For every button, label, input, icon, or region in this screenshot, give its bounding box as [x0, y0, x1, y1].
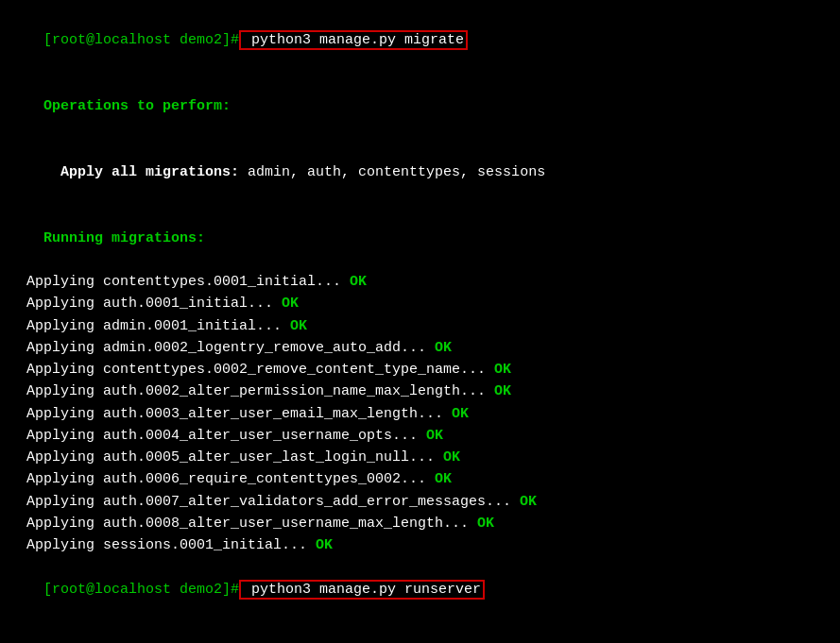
migration-line-6: Applying auth.0002_alter_permission_name… [9, 381, 831, 402]
migration-line-10: Applying auth.0006_require_contenttypes_… [9, 468, 831, 490]
operations-header: Operations to perform: [9, 74, 831, 140]
apply-all-line: Apply all migrations: admin, auth, conte… [9, 140, 831, 206]
running-header: Running migrations: [9, 205, 831, 271]
migration-line-11: Applying auth.0007_alter_validators_add_… [9, 491, 831, 513]
prompt-1: [root@localhost demo2]# [43, 32, 239, 48]
migration-line-8: Applying auth.0004_alter_user_username_o… [9, 425, 831, 447]
command-2-box: python3 manage.py runserver [239, 580, 485, 600]
command-line-1: [root@localhost demo2]# python3 manage.p… [9, 8, 831, 74]
terminal-window: [root@localhost demo2]# python3 manage.p… [9, 8, 831, 643]
command-1-highlight: python3 manage.py migrate [239, 30, 468, 50]
migration-line-1: Applying contenttypes.0001_initial... OK [9, 271, 831, 293]
command-1-box: python3 manage.py migrate [239, 30, 468, 50]
migration-line-9: Applying auth.0005_alter_user_last_login… [9, 447, 831, 468]
migration-line-7: Applying auth.0003_alter_user_email_max_… [9, 403, 831, 425]
migration-line-2: Applying auth.0001_initial... OK [9, 293, 831, 314]
migration-line-12: Applying auth.0008_alter_user_username_m… [9, 513, 831, 534]
command-line-2: [root@localhost demo2]# python3 manage.p… [9, 556, 831, 622]
migration-line-4: Applying admin.0002_logentry_remove_auto… [9, 337, 831, 359]
migration-line-5: Applying contenttypes.0002_remove_conten… [9, 359, 831, 381]
performing-line: Performing system checks... [9, 622, 831, 643]
prompt-2: [root@localhost demo2]# [43, 582, 239, 598]
migration-line-3: Applying admin.0001_initial... OK [9, 315, 831, 337]
migration-line-13: Applying sessions.0001_initial... OK [9, 534, 831, 556]
